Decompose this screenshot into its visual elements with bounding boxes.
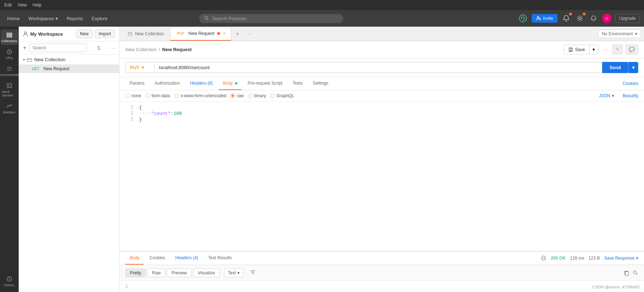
radio-raw[interactable]: raw (231, 93, 243, 98)
svg-point-1 (519, 15, 527, 22)
tab-more-button[interactable]: ··· (243, 29, 255, 39)
svg-point-16 (634, 271, 636, 274)
menu-view[interactable]: View (18, 3, 27, 8)
save-icon (568, 47, 573, 52)
url-input[interactable] (154, 62, 602, 73)
search-collections-input[interactable] (29, 44, 87, 52)
response-body: 1 (120, 281, 644, 292)
more-actions-button[interactable]: ··· (601, 45, 609, 54)
send-dropdown-button[interactable]: ▾ (628, 62, 638, 73)
save-dropdown-button[interactable]: ▾ (589, 45, 598, 54)
search-bar[interactable]: Search Postman (199, 14, 343, 23)
code-editor[interactable]: 1 { 2 ····"count":100 3 } (120, 102, 644, 251)
search-response-icon[interactable] (632, 270, 638, 276)
radio-graphql-circle (270, 94, 274, 98)
format-pretty-button[interactable]: Pretty (125, 269, 146, 277)
nav-explore[interactable]: Explore (89, 14, 111, 23)
sidebar-item-apis[interactable]: APIs (1, 46, 18, 62)
settings-icon[interactable] (575, 13, 585, 23)
radio-form-data[interactable]: form-data (146, 93, 170, 98)
radio-urlencoded[interactable]: x-www-form-urlencoded (174, 93, 226, 98)
request-header: New Collection / New Request Save ▾ ··· (120, 41, 644, 58)
method-label: PUT (130, 65, 139, 70)
more-icon[interactable]: ··· (111, 45, 115, 51)
svg-rect-8 (7, 84, 12, 88)
sort-icon[interactable]: ⇅ (97, 45, 101, 51)
radio-graphql[interactable]: GraphQL (270, 93, 294, 98)
sidebar-item-collections[interactable]: Collections (1, 30, 18, 45)
request-method-badge: GET (30, 67, 41, 71)
req-tab-tests[interactable]: Tests (288, 77, 307, 90)
format-preview-button[interactable]: Preview (167, 269, 192, 277)
upgrade-button[interactable]: Upgrade (615, 14, 640, 23)
radio-none-circle (125, 94, 130, 98)
resp-tab-test-results[interactable]: Test Results (204, 252, 236, 265)
req-tab-settings[interactable]: Settings (308, 77, 332, 90)
req-tab-authorization[interactable]: Authorization (150, 77, 184, 90)
json-key-count: "count" (151, 111, 171, 116)
tab-new-collection[interactable]: New Collection (122, 27, 169, 41)
send-button[interactable]: Send (602, 62, 628, 73)
beautify-button[interactable]: Beautify (623, 93, 638, 98)
code-line-1: 1 { (120, 104, 644, 111)
req-tab-params[interactable]: Params (125, 77, 149, 90)
apis-icon (6, 49, 13, 55)
menu-edit[interactable]: Edit (4, 3, 12, 8)
settings-badge (583, 13, 586, 15)
collection-row[interactable]: ▾ New Collection (19, 55, 119, 64)
format-visualize-button[interactable]: Visualize (193, 269, 220, 277)
method-chevron-icon: ▾ (142, 65, 144, 70)
nav-home[interactable]: Home (4, 14, 23, 23)
resp-tab-body[interactable]: Body (125, 252, 144, 265)
nav-reports[interactable]: Reports (64, 14, 86, 23)
svg-point-3 (579, 17, 581, 19)
sync-icon[interactable] (518, 13, 528, 23)
user-avatar[interactable]: U (602, 14, 612, 23)
response-tabs-bar: Body Cookies Headers (4) Test Results 20… (120, 252, 644, 265)
response-status-code: 200 OK (551, 256, 565, 261)
filter-response-icon[interactable] (248, 268, 258, 278)
collection-tab-icon (128, 32, 132, 36)
sidebar-item-monitors[interactable]: Monitors (1, 101, 18, 116)
radio-binary[interactable]: binary (248, 93, 266, 98)
text-type-selector[interactable]: Text ▾ (224, 269, 243, 277)
import-button[interactable]: Import (95, 30, 115, 38)
user-plus-icon (536, 16, 541, 21)
nav-workspaces[interactable]: Workspaces ▾ (26, 14, 61, 23)
add-collection-icon[interactable]: + (23, 45, 26, 51)
sidebar-item-history[interactable]: History (1, 274, 18, 289)
method-selector[interactable]: PUT ▾ (125, 62, 154, 73)
request-item[interactable]: GET New Request (19, 64, 119, 73)
req-tab-body[interactable]: Body (219, 77, 242, 90)
tab-add-button[interactable]: + (232, 28, 242, 39)
sidebar-item-mock-servers[interactable]: Mock Servers (1, 80, 18, 99)
req-tab-pre-request[interactable]: Pre-request Script (243, 77, 287, 90)
invite-button[interactable]: Invite (532, 14, 558, 23)
breadcrumb: New Collection / New Request (125, 47, 192, 52)
comment-button[interactable]: 💬 (626, 45, 638, 54)
resp-tab-headers[interactable]: Headers (4) (171, 252, 202, 265)
history-icon (6, 276, 13, 282)
new-button[interactable]: New (76, 30, 93, 38)
format-raw-button[interactable]: Raw (147, 269, 165, 277)
resp-tab-cookies[interactable]: Cookies (145, 252, 169, 265)
response-time: 128 ms (570, 256, 584, 261)
sidebar-item-environments[interactable]: Environments (1, 63, 18, 79)
code-line-2: 2 ····"count":100 (120, 111, 644, 117)
save-button[interactable]: Save (564, 45, 589, 54)
tabs-bar: New Collection PUT New Request × + ··· N… (120, 27, 644, 41)
cookies-link[interactable]: Cookies (623, 81, 638, 86)
bell-icon[interactable] (589, 13, 599, 23)
body-type-bar: none form-data x-www-form-urlencoded raw… (120, 90, 644, 102)
tab-close-button[interactable]: × (223, 31, 226, 36)
json-type-selector[interactable]: JSON ▾ (599, 93, 614, 98)
copy-icon[interactable] (624, 270, 630, 276)
tab-new-request[interactable]: PUT New Request × (170, 27, 231, 41)
environment-selector[interactable]: No Environment ▾ (598, 30, 641, 38)
notification-icon[interactable] (561, 13, 571, 23)
save-response-button[interactable]: Save Response ▾ (604, 256, 638, 261)
req-tab-headers[interactable]: Headers (8) (185, 77, 217, 90)
edit-button[interactable]: ✎ (612, 45, 623, 54)
menu-help[interactable]: Help (32, 3, 41, 8)
radio-none[interactable]: none (125, 93, 141, 98)
